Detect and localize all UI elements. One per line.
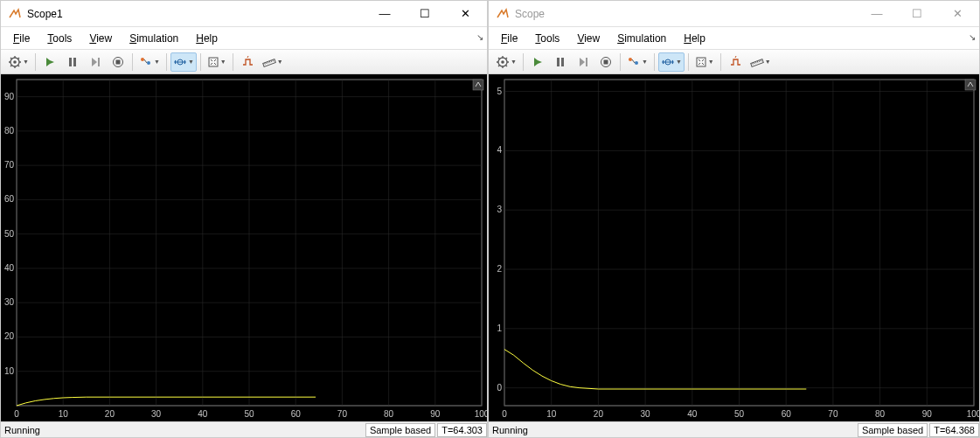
toolbar: ▼ ▼ ▼ ▼ ▼ [1,50,487,74]
svg-text:0: 0 [14,409,19,419]
status-text: Running [489,425,856,435]
close-button[interactable]: ✕ [937,1,977,27]
autoscale-button[interactable]: ▼ [205,52,229,72]
svg-line-7 [10,58,12,59]
svg-point-17 [147,61,150,65]
status-mode: Sample based [365,423,435,437]
matlab-icon [496,7,510,21]
svg-text:3: 3 [497,205,502,214]
maximize-button[interactable]: ☐ [405,1,445,27]
svg-line-10 [18,58,20,59]
svg-rect-13 [98,58,100,66]
measurements-button[interactable]: ▼ [260,52,286,72]
plot-area[interactable]: 0102030405060708090100012345 [489,74,979,421]
svg-text:0: 0 [497,383,502,393]
svg-point-87 [635,61,638,65]
menu-tools[interactable]: Tools [528,30,566,47]
plot-area[interactable]: 0102030405060708090100102030405060708090 [1,74,487,421]
svg-text:60: 60 [291,409,302,419]
menu-tools[interactable]: Tools [40,30,79,47]
menu-overflow-icon[interactable]: ↘ [969,32,976,42]
svg-text:80: 80 [875,409,886,419]
svg-line-8 [18,65,20,66]
menu-view[interactable]: View [570,30,607,47]
menu-help[interactable]: Help [677,30,712,47]
svg-text:40: 40 [198,409,208,419]
menu-overflow-icon[interactable]: ↘ [476,32,483,42]
measurements-button[interactable]: ▼ [747,52,774,72]
toolbar-separator [35,53,36,71]
status-text: Running [1,425,364,435]
menu-help[interactable]: Help [189,30,225,47]
svg-rect-12 [73,58,76,66]
maximize-button[interactable]: ☐ [897,1,937,27]
svg-rect-19 [209,58,218,66]
run-button[interactable] [527,52,548,72]
window-controls: — ☐ ✕ [365,1,485,27]
menu-file[interactable]: File [6,30,37,47]
status-time: T=64.303 [437,423,487,437]
statusbar: Running Sample based T=64.303 [1,421,487,437]
svg-text:70: 70 [828,409,838,419]
svg-line-80 [506,58,508,59]
titlebar[interactable]: Scope — ☐ ✕ [489,1,979,27]
svg-text:10: 10 [59,409,69,419]
step-button[interactable] [573,52,594,72]
svg-rect-15 [115,59,120,64]
signal-selector-button[interactable]: ▼ [624,52,650,72]
svg-text:100: 100 [475,409,487,419]
step-button[interactable] [85,52,106,72]
menu-simulation[interactable]: Simulation [610,30,673,47]
settings-button[interactable]: ▼ [5,52,31,72]
scope-chart: 0102030405060708090100102030405060708090 [1,74,487,421]
svg-line-78 [506,65,508,66]
menu-view[interactable]: View [82,30,119,47]
stop-button[interactable] [108,52,129,72]
menu-simulation[interactable]: Simulation [122,30,185,47]
svg-text:5: 5 [497,87,502,96]
svg-text:30: 30 [151,409,162,419]
svg-text:40: 40 [687,409,698,419]
close-button[interactable]: ✕ [445,1,485,27]
svg-text:0: 0 [502,409,507,419]
triggers-button[interactable] [725,52,746,72]
svg-text:80: 80 [4,126,15,136]
stop-button[interactable] [595,52,616,72]
svg-text:70: 70 [4,160,15,170]
window-title: Scope [515,8,857,20]
autoscale-button[interactable]: ▼ [692,52,717,72]
svg-line-9 [10,65,12,66]
toolbar-separator [523,53,524,71]
scope-chart: 0102030405060708090100012345 [489,74,979,421]
svg-text:40: 40 [4,263,15,273]
window-title: Scope1 [27,8,365,20]
menu-file[interactable]: File [494,30,525,47]
svg-rect-85 [603,59,608,64]
zoom-x-button[interactable]: ▼ [658,52,685,72]
toolbar-separator [654,53,655,71]
toolbar-separator [688,53,689,71]
triggers-button[interactable] [237,52,258,72]
svg-rect-11 [69,58,72,66]
signal-selector-button[interactable]: ▼ [136,52,163,72]
svg-rect-97 [489,74,979,421]
svg-rect-27 [1,74,487,421]
run-button[interactable] [39,52,60,72]
svg-point-16 [141,58,144,61]
svg-text:20: 20 [105,409,115,419]
zoom-x-button[interactable]: ▼ [170,52,197,72]
svg-text:2: 2 [497,264,502,274]
menubar: File Tools View Simulation Help ↘ [1,27,487,50]
toolbar-separator [720,53,721,71]
svg-text:50: 50 [244,409,254,419]
minimize-button[interactable]: — [857,1,897,27]
svg-text:10: 10 [546,409,557,419]
titlebar[interactable]: Scope1 — ☐ ✕ [1,1,487,27]
pause-button[interactable] [62,52,83,72]
settings-button[interactable]: ▼ [493,52,519,72]
svg-point-72 [501,60,504,64]
svg-text:90: 90 [922,409,933,419]
pause-button[interactable] [550,52,571,72]
toolbar-separator [200,53,201,71]
minimize-button[interactable]: — [365,1,405,27]
